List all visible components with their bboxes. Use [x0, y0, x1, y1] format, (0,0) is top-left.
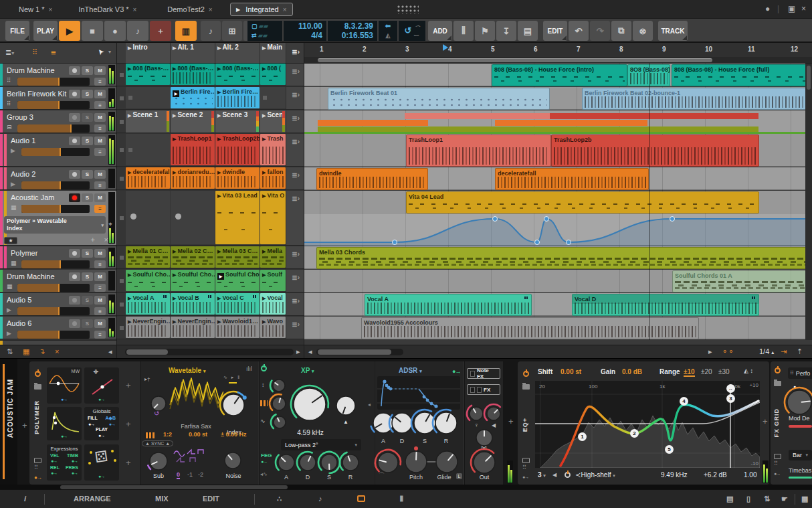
- volume-fader[interactable]: [17, 307, 90, 315]
- stack-icon[interactable]: ≣›: [292, 321, 300, 328]
- eq-band-3-drag-icon[interactable]: ↔: [726, 384, 735, 393]
- solo-button[interactable]: S: [82, 296, 93, 305]
- project-tab[interactable]: DemoTest2×: [162, 3, 217, 16]
- fx-grid-power-icon[interactable]: [775, 367, 781, 373]
- arranger-clip[interactable]: Vocal A: [365, 294, 532, 316]
- track-row[interactable]: Audio 6SM▶≡: [0, 317, 116, 339]
- volume-fader[interactable]: [21, 260, 90, 268]
- io-swap-icon[interactable]: ⇅: [764, 495, 770, 503]
- clip-launcher-cell[interactable]: ▶NeverEngin…: [171, 317, 215, 338]
- edit-menu-button[interactable]: EDIT: [543, 21, 567, 41]
- scene-header[interactable]: ▶Alt. 1: [171, 43, 215, 63]
- stack-icon[interactable]: ≣›: [292, 250, 300, 258]
- launcher-hscrollbar[interactable]: [125, 349, 294, 355]
- stack-icon[interactable]: ≣›: [292, 138, 300, 145]
- timeline-ruler[interactable]: 123456789101112: [304, 43, 812, 57]
- eq-preset-folder-icon[interactable]: [522, 384, 530, 390]
- play-menu-button[interactable]: PLAY: [33, 21, 58, 41]
- clip-launcher-cell[interactable]: ▶808 (: [260, 64, 286, 85]
- arm-button[interactable]: [69, 113, 80, 122]
- eq-listen-icon[interactable]: ◀: [552, 472, 556, 478]
- arranger-hscrollbar[interactable]: [316, 349, 403, 355]
- arranger-clip[interactable]: TrashLoop2b: [551, 135, 759, 167]
- volume-fader[interactable]: [17, 78, 90, 86]
- adsr-release-knob[interactable]: [430, 407, 462, 439]
- add-mapping-button[interactable]: +: [91, 236, 95, 244]
- gain-value[interactable]: 0.0 dB: [622, 368, 642, 375]
- sub-knob[interactable]: [144, 447, 173, 475]
- track-menu-button[interactable]: ≡: [94, 260, 106, 268]
- clip-launcher-cell[interactable]: ▶808 (Bass-…: [171, 64, 215, 85]
- onscreen-keyboard-icon[interactable]: ▦: [801, 495, 808, 503]
- add-modulator-slot[interactable]: +: [126, 380, 131, 390]
- noise-knob[interactable]: [219, 447, 246, 474]
- empty-clip-slot[interactable]: [260, 87, 286, 108]
- overdub-icon[interactable]: ♪: [127, 21, 148, 41]
- add-device-slot[interactable]: +: [763, 416, 768, 426]
- hz-value[interactable]: ± 0.00 Hz: [221, 431, 246, 438]
- clip-launcher-cell[interactable]: ▶Mella 02 C…: [171, 246, 215, 268]
- velocity-knob[interactable]: [482, 402, 506, 426]
- file-menu-button[interactable]: FILE: [5, 21, 29, 41]
- clip-launcher-cell[interactable]: ▶Wavoloid1…: [215, 317, 260, 338]
- eq-band-freq[interactable]: 9.49 kHz: [661, 471, 687, 479]
- track-menu-button[interactable]: TRACK: [658, 21, 688, 41]
- arranger-clip[interactable]: Soulful Chords 01 A: [672, 270, 812, 292]
- arrange-view-tab[interactable]: ARRANGE: [74, 495, 111, 503]
- automation-follow-icon[interactable]: ⚬⚬: [722, 347, 734, 356]
- arranger-clip[interactable]: TrashLoop1: [406, 135, 551, 167]
- clip-launcher-cell[interactable]: ▶fallon: [260, 167, 286, 189]
- ratio-value[interactable]: 1:2: [163, 431, 172, 438]
- loop-region[interactable]: [318, 58, 712, 62]
- wavetable-index-knob[interactable]: [217, 389, 249, 421]
- pointer-tool-dropdown-icon[interactable]: ▾: [108, 49, 111, 55]
- clip-launcher-cell[interactable]: ▶Vita 03 Lead: [215, 191, 260, 244]
- note-io-icon[interactable]: ♪: [318, 495, 322, 503]
- empty-clip-slot[interactable]: [126, 134, 170, 165]
- insert-icon[interactable]: ↧: [496, 21, 516, 41]
- mute-button[interactable]: M: [94, 66, 106, 75]
- eq-band-power-icon[interactable]: [565, 472, 571, 478]
- mixer-panel-toggle-icon[interactable]: ⫴: [400, 495, 403, 503]
- arm-button[interactable]: [69, 319, 80, 328]
- arm-button[interactable]: [69, 90, 80, 98]
- range-20[interactable]: ±20: [701, 368, 712, 375]
- bar-dropdown[interactable]: Bar▾: [789, 450, 812, 460]
- mute-button[interactable]: M: [94, 272, 106, 281]
- out-knob[interactable]: [468, 446, 500, 479]
- minimize-icon[interactable]: ●: [765, 4, 770, 13]
- track-row[interactable]: Audio 2SM▶≡: [0, 167, 116, 190]
- semitones-value[interactable]: 0.00 st: [189, 431, 207, 438]
- clip-launcher-cell[interactable]: ▶Wavo: [260, 317, 286, 338]
- solo-button[interactable]: S: [82, 319, 93, 328]
- solo-button[interactable]: S: [82, 272, 93, 281]
- volume-fader[interactable]: [21, 181, 90, 189]
- copy-icon[interactable]: ⧉: [611, 21, 631, 41]
- track-menu-button[interactable]: ≡: [94, 205, 106, 213]
- xp-title[interactable]: XP ▾: [301, 367, 314, 374]
- eq-band-type[interactable]: ≺High-shelf ▾: [575, 471, 615, 479]
- play-start-marker[interactable]: [443, 44, 448, 51]
- project-tab[interactable]: New 1 *×: [13, 3, 58, 16]
- arm-button[interactable]: [69, 66, 80, 75]
- close-panel-icon[interactable]: ×: [55, 347, 59, 355]
- clip-launcher-cell[interactable]: ▶Berlin Fire…: [215, 87, 260, 108]
- arm-button[interactable]: [69, 249, 80, 258]
- stack-icon[interactable]: ≣›: [292, 274, 300, 281]
- track-row[interactable]: PolymerSM▦≡: [0, 246, 116, 269]
- mute-button[interactable]: M: [94, 249, 106, 258]
- polymer-power-icon[interactable]: [35, 371, 41, 377]
- eq-tools-icons[interactable]: ◭ ↕: [744, 367, 753, 374]
- delete-icon[interactable]: ⊗: [633, 21, 653, 41]
- add-modulator-slot[interactable]: +: [126, 458, 131, 468]
- sub-oct-0[interactable]: 0: [177, 471, 180, 479]
- track-row[interactable]: Drum MachineSM⠿≡: [0, 64, 116, 86]
- arm-button[interactable]: [69, 193, 80, 202]
- solo-button[interactable]: S: [82, 113, 93, 122]
- track-row[interactable]: Drum MachineSM▦≡: [0, 270, 116, 292]
- track-menu-button[interactable]: ≡: [94, 284, 106, 292]
- mod-cell-envelope[interactable]: ●→: [47, 407, 82, 440]
- track-menu-button[interactable]: ≡: [94, 101, 106, 109]
- track-menu-button[interactable]: ≡: [94, 124, 106, 133]
- track-row[interactable]: Berlin Firework KitSM⠿≡: [0, 87, 116, 110]
